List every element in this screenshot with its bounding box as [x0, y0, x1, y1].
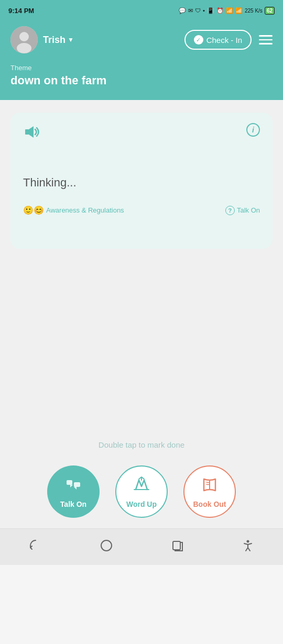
header: Trish ▼ ✓ Check - In: [0, 21, 283, 64]
theme-section: Theme down on the farm: [0, 64, 283, 100]
whatsapp-icon: 💬: [179, 7, 186, 14]
status-bar: 9:14 PM 💬 ✉ 🛡 • 📳 ⏰ 📶 📶 225 K/s 62: [0, 0, 283, 21]
theme-title: down on the farm: [10, 74, 273, 87]
header-actions: ✓ Check - In: [184, 30, 273, 50]
svg-marker-7: [70, 485, 73, 487]
time-display: 9:14 PM: [8, 7, 34, 15]
svg-rect-5: [67, 480, 72, 485]
username-display[interactable]: Trish ▼: [43, 35, 74, 46]
alarm-icon: ⏰: [216, 7, 224, 14]
chevron-down-icon: ▼: [68, 36, 74, 43]
talk-on-button-label: Talk On: [60, 500, 86, 508]
svg-point-9: [101, 540, 112, 551]
thinking-text: Thinking...: [23, 176, 260, 190]
word-up-button[interactable]: Word Up: [115, 465, 168, 518]
talk-on-label: Talk On: [237, 206, 260, 214]
battery-indicator: 62: [265, 7, 275, 15]
navigation-bar: [0, 528, 283, 565]
theme-label: Theme: [10, 64, 273, 72]
book-out-icon: [200, 475, 220, 497]
signal-icon: 📶: [235, 7, 243, 14]
dot-icon: •: [203, 7, 205, 14]
check-in-button[interactable]: ✓ Check - In: [184, 30, 252, 50]
svg-point-11: [246, 540, 249, 542]
user-info: Trish ▼: [10, 26, 74, 53]
question-icon: ?: [225, 206, 235, 215]
svg-point-1: [19, 32, 29, 41]
svg-marker-4: [29, 126, 34, 138]
book-out-button-label: Book Out: [193, 500, 226, 508]
shield-icon: 🛡: [195, 7, 201, 14]
bottom-buttons: Talk On Word Up Book Out: [0, 460, 283, 528]
talk-on-icon: [63, 475, 83, 497]
svg-rect-6: [74, 482, 80, 487]
activity-card: i Thinking... 🙂😊 Awareness & Regulations…: [10, 113, 273, 249]
network-speed: 225 K/s: [245, 8, 263, 14]
home-nav-button[interactable]: [99, 538, 114, 556]
wifi-icon: 📶: [226, 7, 233, 14]
svg-rect-3: [25, 129, 29, 135]
gmail-icon: ✉: [188, 7, 193, 14]
talk-on-button[interactable]: Talk On: [47, 465, 100, 518]
info-icon[interactable]: i: [246, 123, 260, 137]
card-footer: 🙂😊 Awareness & Regulations ? Talk On: [23, 205, 260, 215]
check-mark-icon: ✓: [194, 35, 203, 45]
main-content: i Thinking... 🙂😊 Awareness & Regulations…: [0, 100, 283, 425]
emoji-pair-icon: 🙂😊: [23, 205, 44, 215]
awareness-tag[interactable]: 🙂😊 Awareness & Regulations: [23, 205, 124, 215]
talk-on-tag[interactable]: ? Talk On: [225, 206, 260, 215]
card-header: i: [23, 123, 260, 145]
svg-point-2: [17, 43, 31, 53]
vibrate-icon: 📳: [207, 7, 214, 14]
status-icons: 💬 ✉ 🛡 • 📳 ⏰ 📶 📶 225 K/s 62: [179, 7, 275, 15]
recent-nav-button[interactable]: [170, 538, 184, 556]
back-nav-button[interactable]: [28, 538, 43, 556]
double-tap-area[interactable]: Double tap to mark done: [0, 425, 283, 460]
svg-rect-10: [173, 541, 180, 550]
avatar[interactable]: [10, 26, 38, 53]
hamburger-line-1: [259, 35, 273, 37]
hamburger-line-3: [259, 43, 273, 45]
hamburger-line-2: [259, 39, 273, 41]
book-out-button[interactable]: Book Out: [183, 465, 236, 518]
accessibility-nav-button[interactable]: [241, 538, 255, 556]
word-up-button-label: Word Up: [126, 500, 157, 508]
sound-icon[interactable]: [23, 123, 41, 145]
svg-marker-8: [74, 487, 77, 490]
double-tap-text: Double tap to mark done: [99, 440, 184, 449]
word-up-icon: [132, 475, 151, 497]
hamburger-menu[interactable]: [259, 35, 273, 45]
awareness-label: Awareness & Regulations: [46, 206, 124, 214]
